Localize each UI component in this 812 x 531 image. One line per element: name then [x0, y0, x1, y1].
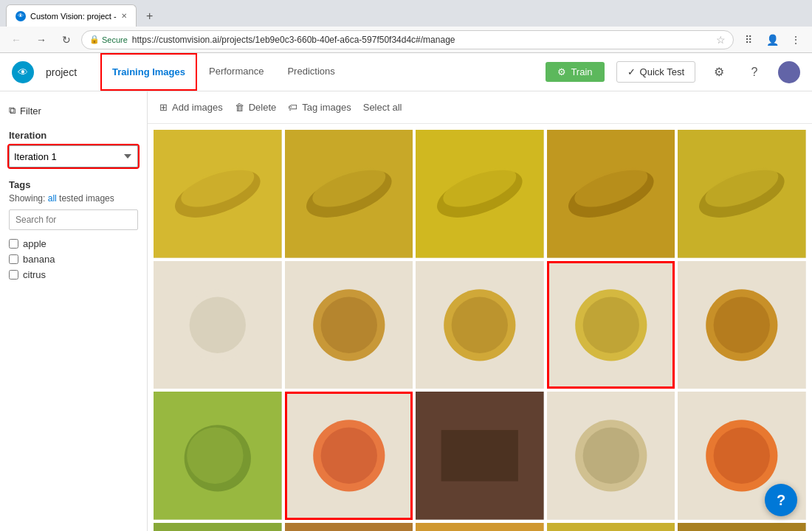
- svg-rect-47: [285, 523, 413, 531]
- tab-performance[interactable]: Performance: [197, 53, 275, 91]
- back-button[interactable]: ←: [6, 30, 27, 50]
- image-cell[interactable]: [285, 130, 413, 258]
- address-bar: ← → ↻ 🔒 Secure https://customvision.ai/p…: [0, 27, 812, 53]
- iteration-select[interactable]: Iteration 1: [9, 145, 138, 167]
- svg-point-32: [187, 428, 243, 484]
- tab-favicon: 👁: [16, 11, 26, 21]
- showing-all-link[interactable]: all: [48, 193, 57, 204]
- main-panel: ⊞ Add images 🗑 Delete 🏷 Tag images Selec…: [148, 91, 812, 531]
- train-icon: ⚙: [557, 66, 566, 77]
- extensions-icon[interactable]: ⠿: [738, 30, 759, 50]
- svg-rect-53: [547, 523, 675, 531]
- svg-point-43: [714, 428, 770, 484]
- project-title: project: [46, 66, 77, 78]
- quick-test-button[interactable]: ✓ Quick Test: [616, 61, 695, 83]
- tag-citrus-label: citrus: [23, 269, 46, 280]
- image-grid: [154, 130, 806, 531]
- iteration-label: Iteration: [9, 130, 138, 141]
- menu-icon[interactable]: ⋮: [785, 30, 806, 50]
- image-cell[interactable]: [154, 523, 282, 531]
- checkmark-icon: ✓: [627, 66, 636, 77]
- sidebar: ⧉ Filter Iteration Iteration 1 Tags Show…: [0, 91, 148, 531]
- tag-images-button[interactable]: 🏷 Tag images: [288, 102, 351, 113]
- svg-rect-56: [678, 523, 806, 531]
- tag-banana-checkbox[interactable]: [9, 254, 18, 264]
- image-toolbar: ⊞ Add images 🗑 Delete 🏷 Tag images Selec…: [148, 91, 812, 124]
- settings-icon[interactable]: ⚙: [707, 60, 731, 84]
- image-cell[interactable]: [416, 261, 544, 389]
- tag-icon: 🏷: [288, 102, 297, 113]
- app-container: 👁 project Training Images Performance Pr…: [0, 53, 812, 531]
- image-cell[interactable]: [416, 523, 544, 531]
- svg-point-26: [582, 296, 639, 353]
- svg-rect-50: [416, 523, 544, 531]
- browser-tab[interactable]: 👁 Custom Vision: project - ✕: [6, 4, 137, 27]
- image-cell[interactable]: [547, 523, 675, 531]
- svg-point-23: [452, 296, 508, 353]
- image-cell[interactable]: [678, 523, 806, 531]
- image-cell[interactable]: [547, 261, 675, 389]
- url-text: https://customvision.ai/projects/1eb9e0c…: [132, 35, 712, 45]
- main-content: ⧉ Filter Iteration Iteration 1 Tags Show…: [0, 91, 812, 531]
- tag-item-banana: banana: [9, 251, 138, 267]
- tab-predictions[interactable]: Predictions: [275, 53, 346, 91]
- showing-text: Showing: all tested images: [9, 193, 138, 204]
- browser-toolbar-right: ⠿ 👤 ⋮: [738, 30, 806, 50]
- image-cell[interactable]: [678, 130, 806, 258]
- image-grid-container: [148, 124, 812, 531]
- tab-title: Custom Vision: project -: [30, 12, 117, 21]
- tag-search-input[interactable]: [9, 209, 138, 230]
- tab-training-images[interactable]: Training Images: [100, 53, 197, 91]
- train-button[interactable]: ⚙ Train: [546, 62, 604, 82]
- bookmark-icon[interactable]: ☆: [716, 34, 726, 46]
- tag-item-citrus: citrus: [9, 267, 138, 282]
- add-icon: ⊞: [159, 102, 168, 113]
- tags-heading: Tags: [9, 179, 138, 190]
- image-cell[interactable]: [285, 392, 413, 520]
- avatar[interactable]: [778, 61, 800, 83]
- image-cell[interactable]: [547, 392, 675, 520]
- tab-close-icon[interactable]: ✕: [121, 12, 127, 20]
- tab-bar: 👁 Custom Vision: project - ✕ +: [0, 0, 812, 27]
- image-cell[interactable]: [154, 261, 282, 389]
- image-cell[interactable]: [154, 392, 282, 520]
- user-profile-icon[interactable]: 👤: [762, 30, 782, 50]
- svg-rect-37: [441, 430, 518, 481]
- image-cell[interactable]: [547, 130, 675, 258]
- svg-point-35: [320, 428, 376, 484]
- add-images-button[interactable]: ⊞ Add images: [159, 102, 223, 113]
- tag-apple-label: apple: [23, 238, 47, 249]
- forward-button[interactable]: →: [31, 30, 52, 50]
- image-cell[interactable]: [154, 130, 282, 258]
- trash-icon: 🗑: [235, 102, 244, 113]
- svg-point-29: [714, 296, 770, 353]
- svg-point-17: [190, 296, 246, 353]
- browser-window: 👁 Custom Vision: project - ✕ + ← → ↻ 🔒 S…: [0, 0, 812, 531]
- tag-citrus-checkbox[interactable]: [9, 270, 18, 280]
- tags-section: Tags Showing: all tested images apple ba…: [9, 179, 138, 282]
- svg-point-20: [320, 296, 376, 353]
- select-all-button[interactable]: Select all: [363, 102, 402, 113]
- tag-apple-checkbox[interactable]: [9, 239, 18, 249]
- nav-tabs: Training Images Performance Predictions: [100, 53, 347, 91]
- tag-banana-label: banana: [23, 254, 55, 265]
- secure-badge: 🔒 Secure: [89, 35, 128, 44]
- image-cell[interactable]: [678, 261, 806, 389]
- help-fab-button[interactable]: ?: [765, 484, 797, 516]
- filter-icon: ⧉: [9, 105, 16, 117]
- tag-item-apple: apple: [9, 236, 138, 251]
- svg-point-40: [582, 428, 639, 484]
- refresh-button[interactable]: ↻: [56, 30, 77, 50]
- delete-button[interactable]: 🗑 Delete: [235, 102, 277, 113]
- image-cell[interactable]: [416, 392, 544, 520]
- new-tab-button[interactable]: +: [140, 6, 160, 27]
- help-icon[interactable]: ?: [743, 60, 766, 84]
- project-icon: 👁: [12, 61, 34, 83]
- url-bar[interactable]: 🔒 Secure https://customvision.ai/project…: [81, 30, 734, 49]
- filter-button[interactable]: ⧉ Filter: [9, 100, 138, 121]
- image-cell[interactable]: [285, 261, 413, 389]
- top-nav: 👁 project Training Images Performance Pr…: [0, 53, 812, 91]
- image-cell[interactable]: [416, 130, 544, 258]
- svg-rect-44: [154, 523, 282, 531]
- image-cell[interactable]: [285, 523, 413, 531]
